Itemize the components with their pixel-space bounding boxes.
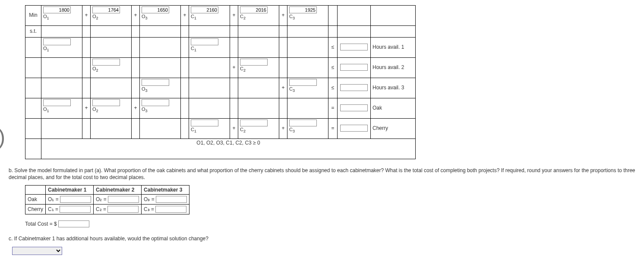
total-cost-label: Total Cost = $ <box>25 221 57 227</box>
plus-3: + <box>181 6 189 26</box>
ans-input-c1[interactable] <box>60 206 91 213</box>
ans-input-o3[interactable] <box>156 196 187 203</box>
ans-header-blank <box>25 186 46 195</box>
plus-c4-1: + <box>82 98 91 119</box>
rel-eq-cherry: = <box>328 119 338 139</box>
var-c2: C2 <box>240 14 246 19</box>
c3-cell-c3: C3 <box>287 78 328 98</box>
plus-c5-1: + <box>230 119 238 139</box>
part-c-select[interactable] <box>12 247 62 255</box>
part-c-text: c. If Cabinetmaker 1 has additional hour… <box>9 235 635 242</box>
var-o1: O1 <box>43 14 49 19</box>
ans-row-cherry: Cherry <box>25 205 46 214</box>
rhs-h1[interactable] <box>340 44 368 50</box>
c3-cell-o3: O3 <box>140 78 181 98</box>
plus-1: + <box>82 6 91 26</box>
rhs-cherry[interactable] <box>340 125 368 132</box>
rhs-label-h3: Hours avail. 3 <box>371 78 416 98</box>
rel-eq-oak: = <box>328 98 338 119</box>
c1-cell-o1: O1 <box>41 38 82 58</box>
c5-cell-c1: C1 <box>189 119 230 139</box>
rhs-label-cherry: Cherry <box>371 119 416 139</box>
obj-label: Min <box>25 6 41 26</box>
rhs-label-oak: Oak <box>371 98 416 119</box>
obj-cell-o2: O2 <box>91 6 132 26</box>
nonneg-constraint: O1, O2, O3, C1, C2, C3 ≥ 0 <box>41 139 416 159</box>
var-c1: C1 <box>191 14 196 19</box>
c1-coef-c1[interactable] <box>191 38 218 45</box>
c2-coef-c2[interactable] <box>240 59 268 66</box>
obj-rhs-lbl <box>371 6 416 26</box>
c2-cell-c2: C2 <box>238 58 279 78</box>
var-c3: C3 <box>289 14 295 19</box>
ans-label-o2: O₂ = <box>96 196 107 202</box>
c4-coef-o1[interactable] <box>43 99 71 106</box>
obj-coef-o1[interactable] <box>43 6 71 13</box>
c1-coef-o1[interactable] <box>43 38 71 45</box>
c4-coef-o2[interactable] <box>92 99 120 106</box>
obj-rhs-in <box>338 6 371 26</box>
c5-coef-c2[interactable] <box>240 120 268 126</box>
ans-label-c3: C₃ = <box>144 206 154 212</box>
ans-input-c3[interactable] <box>155 206 186 213</box>
ans-header-c2: Cabinetmaker 2 <box>94 186 142 195</box>
part-b-text: b. Solve the model formulated in part (a… <box>9 167 635 181</box>
obj-rel <box>328 6 338 26</box>
obj-coef-o3[interactable] <box>142 6 169 13</box>
c5-coef-c3[interactable] <box>289 120 317 126</box>
rhs-label-h1: Hours avail. 1 <box>371 38 416 58</box>
ans-label-o1: O₁ = <box>48 196 59 202</box>
c5-cell-c3: C3 <box>287 119 328 139</box>
c4-cell-o3: O3 <box>140 98 181 119</box>
c2-coef-o2[interactable] <box>92 59 120 66</box>
c4-cell-o2: O2 <box>91 98 132 119</box>
rhs-h2[interactable] <box>340 64 368 71</box>
obj-cell-o3: O3 <box>140 6 181 26</box>
obj-coef-c2[interactable] <box>240 6 268 13</box>
rel-le-1: ≤ <box>328 38 338 58</box>
ans-label-o3: O₃ = <box>144 196 155 202</box>
ans-row-oak: Oak <box>25 195 46 205</box>
total-cost-input[interactable] <box>58 220 89 227</box>
plus-c5-2: + <box>279 119 287 139</box>
obj-coef-c3[interactable] <box>289 6 317 13</box>
c5-coef-c1[interactable] <box>191 120 218 126</box>
rel-le-3: ≤ <box>328 78 338 98</box>
answer-table: Cabinetmaker 1 Cabinetmaker 2 Cabinetmak… <box>25 185 189 214</box>
partial-parenthesis: ) <box>0 125 5 149</box>
obj-coef-c1[interactable] <box>191 6 218 13</box>
c4-cell-o1: O1 <box>41 98 82 119</box>
obj-cell-c1: C1 <box>189 6 230 26</box>
var-o2: O2 <box>92 14 98 19</box>
rhs-oak[interactable] <box>340 104 368 111</box>
ans-input-o1[interactable] <box>60 196 91 203</box>
c3-coef-c3[interactable] <box>289 79 317 86</box>
ans-label-c1: C₁ = <box>48 206 58 212</box>
ans-header-c1: Cabinetmaker 1 <box>46 186 94 195</box>
rel-le-2: ≤ <box>328 58 338 78</box>
st-label: s.t. <box>25 26 41 38</box>
c1-cell-c1: C1 <box>189 38 230 58</box>
ans-input-c2[interactable] <box>107 206 139 213</box>
plus-5: + <box>279 6 287 26</box>
plus-4: + <box>230 6 238 26</box>
rhs-label-h2: Hours avail. 2 <box>371 58 416 78</box>
plus-c2: + <box>230 58 238 78</box>
ans-header-c3: Cabinetmaker 3 <box>142 186 189 195</box>
rhs-h3[interactable] <box>340 84 368 91</box>
c4-coef-o3[interactable] <box>142 99 169 106</box>
plus-c3: + <box>279 78 287 98</box>
c2-cell-o2: O2 <box>91 58 132 78</box>
ans-label-c2: C₂ = <box>96 206 106 212</box>
c3-coef-o3[interactable] <box>142 79 169 86</box>
plus-c4-2: + <box>132 98 140 119</box>
obj-cell-c3: C3 <box>287 6 328 26</box>
ans-input-o2[interactable] <box>108 196 139 203</box>
obj-cell-o1: O1 <box>41 6 82 26</box>
lp-table: Min O1 + O2 + O3 + C1 + C2 + C3 <box>25 5 416 159</box>
obj-coef-o2[interactable] <box>92 6 120 13</box>
obj-cell-c2: C2 <box>238 6 279 26</box>
c5-cell-c2: C2 <box>238 119 279 139</box>
plus-2: + <box>132 6 140 26</box>
var-o3: O3 <box>142 14 148 19</box>
